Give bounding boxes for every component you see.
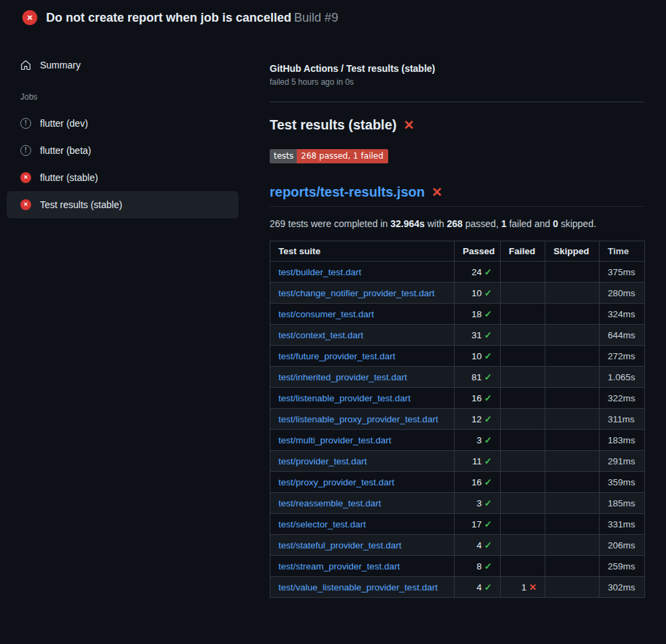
- test-suite-link[interactable]: test/selector_test.dart: [278, 519, 366, 529]
- suite-cell: test/consumer_test.dart: [270, 304, 455, 325]
- header-time: Time: [600, 241, 645, 262]
- failed-cell: [501, 514, 545, 535]
- table-row: test/listenable_provider_test.dart16 ✓32…: [270, 388, 645, 409]
- jobs-section-heading: Jobs: [7, 81, 238, 110]
- test-suite-link[interactable]: test/future_provider_test.dart: [278, 351, 396, 361]
- time-cell: 359ms: [600, 472, 645, 493]
- test-suite-link[interactable]: test/listenable_proxy_provider_test.dart: [278, 414, 438, 424]
- sidebar-item-summary[interactable]: Summary: [7, 52, 238, 79]
- suite-cell: test/listenable_proxy_provider_test.dart: [270, 409, 455, 430]
- suite-cell: test/change_notifier_provider_test.dart: [270, 283, 455, 304]
- build-number: Build #9: [294, 11, 338, 24]
- check-icon: ✓: [484, 582, 492, 592]
- passed-cell: 16 ✓: [455, 388, 501, 409]
- badge-value: 268 passed, 1 failed: [297, 149, 388, 163]
- cross-icon: ✕: [529, 582, 537, 592]
- job-label: flutter (stable): [40, 172, 98, 183]
- suite-cell: test/inherited_provider_test.dart: [270, 367, 455, 388]
- check-title-text: Test results (stable): [270, 117, 396, 133]
- table-row: test/listenable_proxy_provider_test.dart…: [270, 409, 645, 430]
- table-row: test/builder_test.dart24 ✓375ms: [270, 262, 645, 283]
- failed-cell: [501, 430, 545, 451]
- check-icon: ✓: [484, 561, 492, 571]
- failed-x-icon: ✕: [403, 119, 414, 132]
- sidebar-item-test-results-stable[interactable]: ✕ Test results (stable): [7, 191, 238, 218]
- suite-cell: test/proxy_provider_test.dart: [270, 472, 455, 493]
- table-row: test/stream_provider_test.dart8 ✓259ms: [270, 556, 645, 577]
- test-suite-link[interactable]: test/consumer_test.dart: [278, 309, 374, 319]
- time-cell: 280ms: [600, 283, 645, 304]
- time-cell: 644ms: [600, 325, 645, 346]
- failed-cell: [501, 409, 545, 430]
- passed-cell: 8 ✓: [455, 556, 501, 577]
- test-suite-link[interactable]: test/listenable_provider_test.dart: [278, 393, 411, 403]
- check-section-title: Test results (stable) ✕: [270, 117, 644, 133]
- time-cell: 311ms: [600, 409, 645, 430]
- test-suite-link[interactable]: test/proxy_provider_test.dart: [278, 477, 394, 487]
- table-row: test/provider_test.dart11 ✓291ms: [270, 451, 645, 472]
- sidebar-item-flutter-stable[interactable]: ✕ flutter (stable): [7, 164, 238, 191]
- header-test-suite: Test suite: [270, 241, 455, 262]
- failed-cell: [501, 283, 545, 304]
- suite-cell: test/provider_test.dart: [270, 451, 455, 472]
- check-icon: ✓: [484, 309, 492, 319]
- breadcrumb: GitHub Actions / Test results (stable): [270, 63, 644, 74]
- check-run-header: ✕ Do not create report when job is cance…: [0, 0, 666, 33]
- skipped-cell: [545, 304, 600, 325]
- skipped-cell: [545, 346, 600, 367]
- summary-passed-count: 268: [447, 218, 463, 229]
- test-suite-link[interactable]: test/value_listenable_provider_test.dart: [278, 582, 438, 592]
- test-suite-link[interactable]: test/stream_provider_test.dart: [278, 561, 400, 571]
- check-icon: ✓: [484, 351, 492, 361]
- check-icon: ✓: [484, 477, 492, 487]
- skipped-cell: [545, 388, 600, 409]
- table-row: test/multi_provider_test.dart3 ✓183ms: [270, 430, 645, 451]
- passed-cell: 12 ✓: [455, 409, 501, 430]
- test-suite-link[interactable]: test/context_test.dart: [278, 330, 363, 340]
- passed-cell: 3 ✓: [455, 493, 501, 514]
- page-title: Do not create report when job is cancell…: [46, 11, 338, 25]
- time-cell: 272ms: [600, 346, 645, 367]
- neutral-status-icon: !: [20, 145, 31, 156]
- check-icon: ✓: [484, 498, 492, 508]
- passed-cell: 4 ✓: [455, 577, 501, 598]
- checks-sidebar: Summary Jobs ! flutter (dev) ! flutter (…: [0, 33, 245, 218]
- test-suite-link[interactable]: test/provider_test.dart: [278, 456, 367, 466]
- failed-cell: [501, 346, 545, 367]
- suite-cell: test/multi_provider_test.dart: [270, 430, 455, 451]
- test-suite-link[interactable]: test/stateful_provider_test.dart: [278, 540, 402, 550]
- test-suite-link[interactable]: test/builder_test.dart: [278, 267, 361, 277]
- job-label: Test results (stable): [40, 199, 122, 210]
- failed-status-icon: ✕: [20, 172, 31, 183]
- test-suite-link[interactable]: test/change_notifier_provider_test.dart: [278, 288, 434, 298]
- test-suite-link[interactable]: test/multi_provider_test.dart: [278, 435, 392, 445]
- table-row: test/consumer_test.dart18 ✓324ms: [270, 304, 645, 325]
- suite-cell: test/stream_provider_test.dart: [270, 556, 455, 577]
- passed-cell: 18 ✓: [455, 304, 501, 325]
- skipped-cell: [545, 283, 600, 304]
- table-row: test/change_notifier_provider_test.dart1…: [270, 283, 645, 304]
- check-icon: ✓: [484, 330, 492, 340]
- skipped-cell: [545, 493, 600, 514]
- failed-cell: [501, 493, 545, 514]
- suite-cell: test/listenable_provider_test.dart: [270, 388, 455, 409]
- summary-skipped-count: 0: [553, 218, 558, 229]
- home-icon: [20, 60, 31, 71]
- test-suite-link[interactable]: test/inherited_provider_test.dart: [278, 372, 407, 382]
- time-cell: 183ms: [600, 430, 645, 451]
- sidebar-item-flutter-dev[interactable]: ! flutter (dev): [7, 110, 238, 137]
- failed-cell: [501, 451, 545, 472]
- time-cell: 259ms: [600, 556, 645, 577]
- passed-cell: 16 ✓: [455, 472, 501, 493]
- passed-cell: 10 ✓: [455, 283, 501, 304]
- check-icon: ✓: [484, 519, 492, 529]
- failed-cell: [501, 535, 545, 556]
- skipped-cell: [545, 409, 600, 430]
- time-cell: 324ms: [600, 304, 645, 325]
- skipped-cell: [545, 367, 600, 388]
- report-file-link[interactable]: reports/test-results.json: [270, 184, 425, 200]
- test-summary-line: 269 tests were completed in 32.964s with…: [270, 218, 644, 229]
- sidebar-item-flutter-beta[interactable]: ! flutter (beta): [7, 137, 238, 164]
- test-suite-link[interactable]: test/reassemble_test.dart: [278, 498, 381, 508]
- failed-cell: [501, 262, 545, 283]
